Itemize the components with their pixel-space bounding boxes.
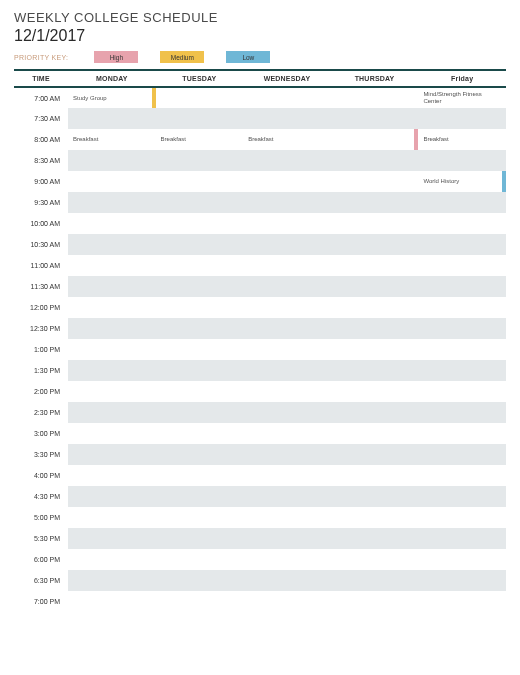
schedule-cell[interactable] <box>68 108 156 129</box>
schedule-cell[interactable] <box>156 402 244 423</box>
schedule-cell[interactable] <box>418 423 506 444</box>
schedule-cell[interactable] <box>331 318 419 339</box>
schedule-cell[interactable] <box>156 381 244 402</box>
schedule-cell[interactable] <box>418 591 506 612</box>
schedule-cell[interactable] <box>418 150 506 171</box>
schedule-cell[interactable] <box>418 192 506 213</box>
schedule-cell[interactable] <box>68 150 156 171</box>
schedule-cell[interactable] <box>243 549 331 570</box>
schedule-cell[interactable] <box>243 507 331 528</box>
schedule-cell[interactable] <box>418 486 506 507</box>
schedule-cell[interactable] <box>243 276 331 297</box>
schedule-cell[interactable] <box>156 150 244 171</box>
schedule-cell[interactable] <box>243 360 331 381</box>
schedule-cell[interactable] <box>331 255 419 276</box>
schedule-cell[interactable] <box>156 276 244 297</box>
schedule-cell[interactable] <box>418 234 506 255</box>
schedule-cell[interactable] <box>331 234 419 255</box>
schedule-cell[interactable] <box>68 318 156 339</box>
schedule-cell[interactable] <box>156 255 244 276</box>
schedule-cell[interactable] <box>68 297 156 318</box>
schedule-cell[interactable] <box>418 108 506 129</box>
schedule-cell[interactable] <box>68 507 156 528</box>
schedule-cell[interactable] <box>68 213 156 234</box>
schedule-cell[interactable]: Breakfast <box>418 129 506 150</box>
schedule-cell[interactable] <box>331 171 419 192</box>
schedule-cell[interactable]: Breakfast <box>243 129 331 150</box>
schedule-cell[interactable] <box>243 150 331 171</box>
schedule-cell[interactable] <box>68 192 156 213</box>
schedule-cell[interactable] <box>331 570 419 591</box>
schedule-cell[interactable]: Breakfast <box>156 129 244 150</box>
schedule-cell[interactable]: Mind/Strength Fitness Center <box>418 87 506 108</box>
schedule-cell[interactable] <box>243 423 331 444</box>
schedule-cell[interactable] <box>418 507 506 528</box>
schedule-cell[interactable] <box>156 297 244 318</box>
schedule-cell[interactable] <box>331 213 419 234</box>
schedule-cell[interactable] <box>156 339 244 360</box>
schedule-cell[interactable] <box>243 444 331 465</box>
schedule-cell[interactable] <box>156 108 244 129</box>
schedule-cell[interactable] <box>243 87 331 108</box>
schedule-cell[interactable] <box>418 276 506 297</box>
schedule-cell[interactable] <box>243 213 331 234</box>
schedule-cell[interactable]: World History <box>418 171 506 192</box>
schedule-cell[interactable] <box>243 591 331 612</box>
schedule-cell[interactable] <box>156 507 244 528</box>
schedule-cell[interactable] <box>331 360 419 381</box>
schedule-cell[interactable] <box>418 402 506 423</box>
schedule-cell[interactable] <box>331 591 419 612</box>
schedule-cell[interactable] <box>418 213 506 234</box>
schedule-cell[interactable] <box>243 318 331 339</box>
schedule-cell[interactable] <box>156 87 244 108</box>
schedule-cell[interactable] <box>243 171 331 192</box>
schedule-cell[interactable] <box>418 381 506 402</box>
schedule-cell[interactable] <box>243 465 331 486</box>
schedule-cell[interactable] <box>68 255 156 276</box>
schedule-cell[interactable] <box>331 402 419 423</box>
schedule-cell[interactable] <box>331 486 419 507</box>
schedule-cell[interactable] <box>331 297 419 318</box>
schedule-cell[interactable] <box>331 381 419 402</box>
schedule-cell[interactable] <box>418 570 506 591</box>
schedule-cell[interactable] <box>156 192 244 213</box>
schedule-cell[interactable] <box>68 339 156 360</box>
schedule-cell[interactable] <box>418 444 506 465</box>
schedule-cell[interactable] <box>243 402 331 423</box>
schedule-cell[interactable] <box>156 423 244 444</box>
schedule-cell[interactable] <box>68 465 156 486</box>
schedule-cell[interactable] <box>418 339 506 360</box>
schedule-cell[interactable] <box>243 108 331 129</box>
schedule-cell[interactable] <box>156 213 244 234</box>
schedule-cell[interactable] <box>156 360 244 381</box>
schedule-cell[interactable] <box>68 402 156 423</box>
schedule-cell[interactable] <box>156 570 244 591</box>
schedule-cell[interactable] <box>156 465 244 486</box>
schedule-cell[interactable] <box>243 339 331 360</box>
schedule-cell[interactable] <box>331 276 419 297</box>
schedule-cell[interactable] <box>331 507 419 528</box>
schedule-cell[interactable] <box>243 570 331 591</box>
schedule-cell[interactable] <box>68 381 156 402</box>
schedule-cell[interactable] <box>418 528 506 549</box>
schedule-cell[interactable] <box>243 297 331 318</box>
schedule-cell[interactable] <box>243 192 331 213</box>
schedule-cell[interactable] <box>68 570 156 591</box>
schedule-cell[interactable] <box>68 486 156 507</box>
schedule-cell[interactable] <box>68 549 156 570</box>
schedule-cell[interactable] <box>156 549 244 570</box>
schedule-cell[interactable] <box>156 444 244 465</box>
schedule-cell[interactable] <box>418 549 506 570</box>
schedule-cell[interactable] <box>331 108 419 129</box>
schedule-cell[interactable] <box>156 528 244 549</box>
schedule-cell[interactable] <box>418 318 506 339</box>
schedule-cell[interactable] <box>68 234 156 255</box>
schedule-cell[interactable] <box>156 234 244 255</box>
schedule-cell[interactable] <box>243 255 331 276</box>
schedule-cell[interactable] <box>156 591 244 612</box>
schedule-cell[interactable] <box>331 549 419 570</box>
schedule-cell[interactable] <box>243 486 331 507</box>
schedule-cell[interactable] <box>331 129 419 150</box>
schedule-cell[interactable] <box>156 171 244 192</box>
schedule-cell[interactable] <box>331 465 419 486</box>
